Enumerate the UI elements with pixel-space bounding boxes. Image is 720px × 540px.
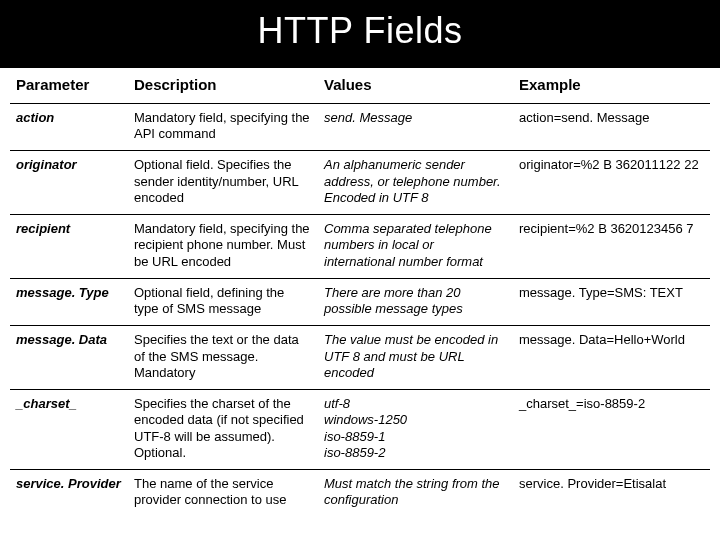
cell-desc: Specifies the text or the data of the SM… [128,326,318,390]
cell-example: recipient=%2 B 3620123456 7 [513,215,710,279]
table-header-row: Parameter Description Values Example [10,68,710,103]
cell-values: Comma separated telephone numbers in loc… [318,215,513,279]
table-row: message. Type Optional field, defining t… [10,278,710,326]
table-row: message. Data Specifies the text or the … [10,326,710,390]
cell-param: recipient [10,215,128,279]
cell-example: service. Provider=Etisalat [513,470,710,517]
table-row: originator Optional field. Specifies the… [10,151,710,215]
cell-param: action [10,103,128,151]
cell-desc: Mandatory field, specifying the recipien… [128,215,318,279]
cell-values: utf-8 windows-1250 iso-8859-1 iso-8859-2 [318,390,513,470]
col-parameter: Parameter [10,68,128,103]
table-row: service. Provider The name of the servic… [10,470,710,517]
col-values: Values [318,68,513,103]
table-row: recipient Mandatory field, specifying th… [10,215,710,279]
col-description: Description [128,68,318,103]
cell-example: message. Data=Hello+World [513,326,710,390]
cell-example: originator=%2 B 362011122 22 [513,151,710,215]
cell-values: Must match the string from the configura… [318,470,513,517]
cell-example: _charset_=iso-8859-2 [513,390,710,470]
cell-values: send. Message [318,103,513,151]
cell-example: message. Type=SMS: TEXT [513,278,710,326]
cell-values: An alphanumeric sender address, or telep… [318,151,513,215]
cell-desc: The name of the service provider connect… [128,470,318,517]
cell-desc: Optional field, defining the type of SMS… [128,278,318,326]
cell-values: The value must be encoded in UTF 8 and m… [318,326,513,390]
cell-desc: Mandatory field, specifying the API comm… [128,103,318,151]
cell-param: message. Data [10,326,128,390]
cell-param: _charset_ [10,390,128,470]
cell-values: There are more than 20 possible message … [318,278,513,326]
cell-param: message. Type [10,278,128,326]
page-title: HTTP Fields [0,0,720,68]
cell-param: service. Provider [10,470,128,517]
cell-desc: Optional field. Specifies the sender ide… [128,151,318,215]
cell-example: action=send. Message [513,103,710,151]
table-row: _charset_ Specifies the charset of the e… [10,390,710,470]
col-example: Example [513,68,710,103]
table-row: action Mandatory field, specifying the A… [10,103,710,151]
cell-desc: Specifies the charset of the encoded dat… [128,390,318,470]
http-fields-table: Parameter Description Values Example act… [10,68,710,517]
cell-param: originator [10,151,128,215]
